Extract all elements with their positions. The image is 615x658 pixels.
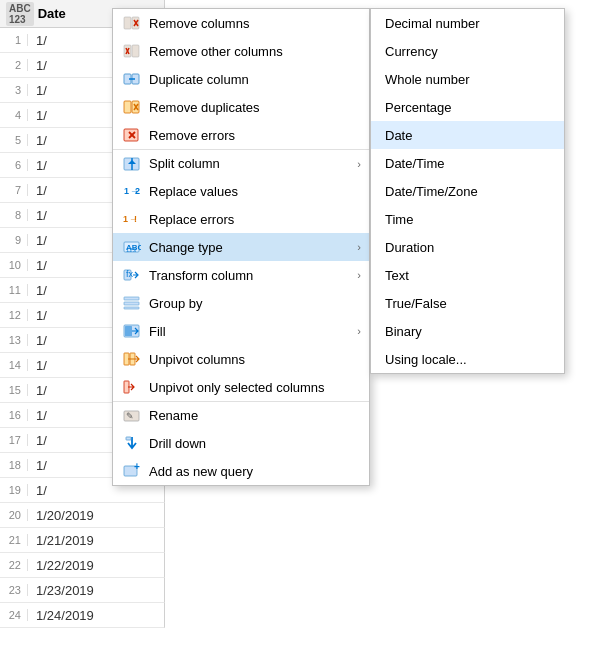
svg-rect-5 xyxy=(132,45,139,57)
menu-label-duplicate-column: Duplicate column xyxy=(149,72,361,87)
menu-item-fill[interactable]: Fill › xyxy=(113,317,369,345)
context-menu: Remove columns Remove other columns Dupl… xyxy=(112,8,370,486)
submenu-label-currency: Currency xyxy=(385,44,438,59)
row-number: 9 xyxy=(0,234,28,246)
row-number: 7 xyxy=(0,184,28,196)
menu-label-remove-other-columns: Remove other columns xyxy=(149,44,361,59)
menu-label-replace-values: Replace values xyxy=(149,184,361,199)
row-value: 1/ xyxy=(28,108,47,123)
svg-rect-34 xyxy=(124,307,139,309)
row-value: 1/ xyxy=(28,158,47,173)
row-number: 24 xyxy=(0,609,28,621)
row-value: 1/ xyxy=(28,208,47,223)
svg-rect-11 xyxy=(124,101,131,113)
menu-icon-replace-errors: 1→! xyxy=(121,210,143,228)
menu-icon-remove-duplicates xyxy=(121,98,143,116)
submenu-item-time[interactable]: Time xyxy=(371,205,564,233)
row-number: 6 xyxy=(0,159,28,171)
menu-item-rename[interactable]: ✎ Rename xyxy=(113,401,369,429)
svg-text:!: ! xyxy=(134,214,137,224)
submenu-item-using-locale[interactable]: Using locale... xyxy=(371,345,564,373)
menu-icon-unpivot-columns xyxy=(121,350,143,368)
menu-item-drill-down[interactable]: Drill down xyxy=(113,429,369,457)
row-value: 1/23/2019 xyxy=(28,583,94,598)
submenu-label-whole-number: Whole number xyxy=(385,72,470,87)
menu-label-remove-duplicates: Remove duplicates xyxy=(149,100,361,115)
submenu-arrow-split-column: › xyxy=(357,158,361,170)
table-row: 201/20/2019 xyxy=(0,503,165,528)
menu-item-replace-errors[interactable]: 1→! Replace errors xyxy=(113,205,369,233)
menu-label-drill-down: Drill down xyxy=(149,436,361,451)
submenu-item-binary[interactable]: Binary xyxy=(371,317,564,345)
svg-text:+: + xyxy=(134,463,140,472)
row-value: 1/ xyxy=(28,33,47,48)
menu-item-group-by[interactable]: Group by xyxy=(113,289,369,317)
row-number: 13 xyxy=(0,334,28,346)
row-number: 19 xyxy=(0,484,28,496)
submenu-arrow-transform-column: › xyxy=(357,269,361,281)
column-header-label: Date xyxy=(38,6,66,21)
table-row: 221/22/2019 xyxy=(0,553,165,578)
row-number: 2 xyxy=(0,59,28,71)
svg-rect-32 xyxy=(124,297,139,300)
row-value: 1/ xyxy=(28,83,47,98)
submenu-item-whole-number[interactable]: Whole number xyxy=(371,65,564,93)
menu-icon-split-column xyxy=(121,155,143,173)
submenu-label-time: Time xyxy=(385,212,413,227)
menu-item-duplicate-column[interactable]: Duplicate column xyxy=(113,65,369,93)
row-number: 8 xyxy=(0,209,28,221)
submenu-item-percentage[interactable]: Percentage xyxy=(371,93,564,121)
row-number: 11 xyxy=(0,284,28,296)
menu-item-remove-errors[interactable]: Remove errors xyxy=(113,121,369,149)
row-number: 15 xyxy=(0,384,28,396)
submenu-label-percentage: Percentage xyxy=(385,100,452,115)
submenu-label-true-false: True/False xyxy=(385,296,447,311)
submenu-label-date-time: Date/Time xyxy=(385,156,444,171)
submenu-item-text[interactable]: Text xyxy=(371,261,564,289)
svg-rect-42 xyxy=(126,437,131,440)
submenu-arrow-fill: › xyxy=(357,325,361,337)
menu-item-add-new-query[interactable]: + Add as new query xyxy=(113,457,369,485)
menu-item-transform-column[interactable]: fx Transform column › xyxy=(113,261,369,289)
submenu-label-duration: Duration xyxy=(385,240,434,255)
menu-item-remove-other-columns[interactable]: Remove other columns xyxy=(113,37,369,65)
submenu-label-date-time-zone: Date/Time/Zone xyxy=(385,184,478,199)
menu-item-remove-duplicates[interactable]: Remove duplicates xyxy=(113,93,369,121)
svg-text:1: 1 xyxy=(124,186,129,196)
submenu-item-date-time-zone[interactable]: Date/Time/Zone xyxy=(371,177,564,205)
svg-rect-0 xyxy=(124,17,131,29)
menu-item-change-type[interactable]: ABC123 Change type › xyxy=(113,233,369,261)
row-value: 1/ xyxy=(28,433,47,448)
svg-text:2: 2 xyxy=(135,186,140,196)
menu-icon-duplicate-column xyxy=(121,70,143,88)
menu-label-replace-errors: Replace errors xyxy=(149,212,361,227)
row-number: 4 xyxy=(0,109,28,121)
menu-item-unpivot-columns[interactable]: Unpivot columns xyxy=(113,345,369,373)
row-number: 23 xyxy=(0,584,28,596)
menu-icon-rename: ✎ xyxy=(121,407,143,425)
row-value: 1/20/2019 xyxy=(28,508,94,523)
menu-icon-fill xyxy=(121,322,143,340)
menu-item-unpivot-selected[interactable]: Unpivot only selected columns xyxy=(113,373,369,401)
submenu-item-date-time[interactable]: Date/Time xyxy=(371,149,564,177)
row-number: 3 xyxy=(0,84,28,96)
submenu-item-duration[interactable]: Duration xyxy=(371,233,564,261)
menu-label-fill: Fill xyxy=(149,324,357,339)
submenu-label-binary: Binary xyxy=(385,324,422,339)
menu-item-split-column[interactable]: Split column › xyxy=(113,149,369,177)
submenu-item-true-false[interactable]: True/False xyxy=(371,289,564,317)
menu-item-remove-columns[interactable]: Remove columns xyxy=(113,9,369,37)
row-value: 1/22/2019 xyxy=(28,558,94,573)
submenu-item-date[interactable]: Date xyxy=(371,121,564,149)
submenu-item-decimal-number[interactable]: Decimal number xyxy=(371,9,564,37)
menu-item-replace-values[interactable]: 1→2 Replace values xyxy=(113,177,369,205)
row-number: 10 xyxy=(0,259,28,271)
row-number: 18 xyxy=(0,459,28,471)
svg-text:1: 1 xyxy=(123,214,128,224)
menu-icon-group-by xyxy=(121,294,143,312)
menu-label-transform-column: Transform column xyxy=(149,268,357,283)
row-number: 5 xyxy=(0,134,28,146)
table-row: 211/21/2019 xyxy=(0,528,165,553)
menu-icon-remove-other-columns xyxy=(121,42,143,60)
submenu-item-currency[interactable]: Currency xyxy=(371,37,564,65)
